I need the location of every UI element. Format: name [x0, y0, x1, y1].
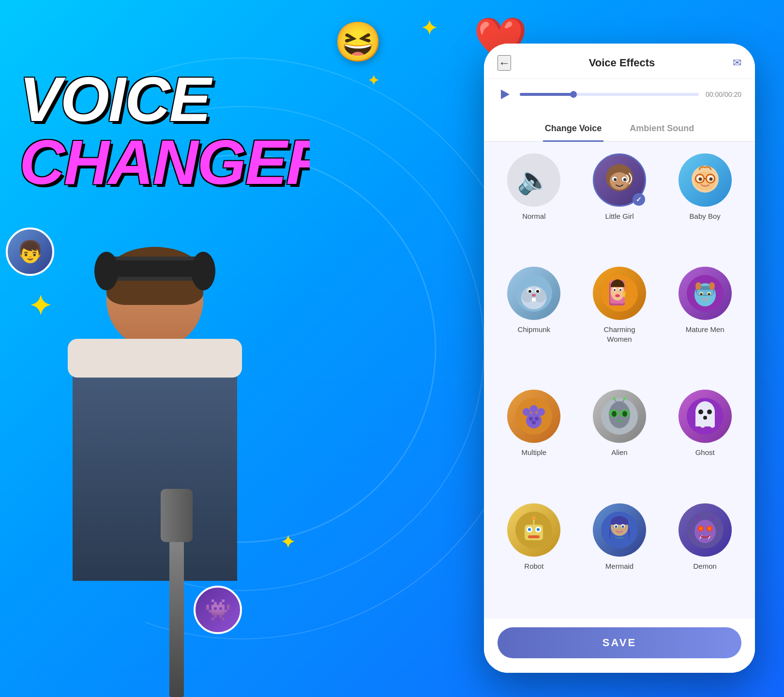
- svg-point-8: [623, 178, 626, 181]
- star-r: ✦: [281, 532, 295, 552]
- svg-point-75: [703, 416, 707, 420]
- svg-point-7: [614, 178, 617, 181]
- effect-mermaid[interactable]: Mermaid: [579, 503, 660, 607]
- svg-point-67: [613, 397, 616, 400]
- effect-icon-demon: [678, 503, 732, 557]
- tab-ambient-sound[interactable]: Ambient Sound: [628, 119, 696, 142]
- effect-baby-boy[interactable]: Baby Boy: [664, 153, 745, 257]
- effect-label-babyboy: Baby Boy: [690, 212, 721, 221]
- effect-circle-robot: [507, 503, 560, 557]
- effect-icon-mermaid: [593, 503, 646, 557]
- mic-stand: [169, 528, 184, 697]
- effect-charming-women[interactable]: CharmingWomen: [579, 267, 660, 380]
- effect-label-robot: Robot: [524, 561, 543, 571]
- svg-point-74: [707, 409, 712, 414]
- play-button[interactable]: [498, 87, 513, 102]
- svg-point-10: [694, 171, 716, 191]
- svg-point-92: [694, 520, 716, 543]
- back-button[interactable]: ←: [498, 55, 511, 71]
- effect-label-demon: Demon: [693, 561, 716, 571]
- svg-rect-82: [528, 535, 540, 538]
- svg-point-24: [528, 290, 531, 293]
- phone-mockup: ← Voice Effects ✉ 00:00/00:20 Change Voi…: [484, 44, 755, 673]
- svg-point-25: [536, 290, 539, 293]
- effect-normal[interactable]: 🔈 Normal: [494, 153, 574, 257]
- progress-dot: [570, 91, 577, 98]
- effect-circle-ghost: [678, 390, 732, 443]
- effect-circle-charm: [593, 267, 646, 320]
- star-top: ✦: [421, 17, 437, 39]
- effect-circle-multiple: [507, 390, 560, 443]
- effect-mature-men[interactable]: Mature Men: [664, 267, 745, 380]
- svg-point-49: [708, 293, 710, 296]
- time-display: 00:00/00:20: [706, 91, 741, 98]
- mail-icon[interactable]: ✉: [733, 57, 741, 69]
- effect-alien[interactable]: Alien: [579, 390, 660, 493]
- svg-point-98: [708, 527, 711, 530]
- progress-fill: [520, 93, 573, 96]
- svg-point-51: [709, 282, 715, 290]
- svg-point-56: [537, 408, 545, 416]
- effect-multiple[interactable]: Multiple: [494, 390, 574, 493]
- effect-label-multiple: Multiple: [521, 448, 546, 457]
- effect-label-charm: CharmingWomen: [603, 325, 635, 344]
- effect-icon-normal: 🔈: [507, 153, 560, 207]
- effect-circle-mermaid: [593, 503, 646, 557]
- effect-demon[interactable]: Demon: [664, 503, 745, 607]
- svg-point-54: [523, 408, 530, 416]
- effect-circle-girl: ✓: [593, 153, 646, 207]
- svg-point-81: [537, 528, 540, 531]
- effect-icon-mature: [678, 267, 732, 320]
- effect-little-girl[interactable]: ✓ Little Girl: [579, 153, 660, 257]
- effect-circle-alien: [593, 390, 646, 443]
- svg-point-65: [622, 411, 627, 417]
- changer-label: CHANGER: [19, 131, 310, 194]
- svg-point-41: [623, 293, 625, 297]
- svg-rect-27: [532, 298, 534, 302]
- phone-header: ← Voice Effects ✉: [484, 44, 755, 79]
- effect-circle-normal: 🔈: [507, 153, 560, 207]
- effect-label-girl: Little Girl: [605, 212, 633, 221]
- selected-check: ✓: [633, 193, 645, 206]
- svg-point-84: [532, 516, 536, 520]
- effect-label-alien: Alien: [611, 448, 627, 457]
- effect-label-normal: Normal: [522, 212, 545, 221]
- save-area: SAVE: [484, 619, 755, 673]
- effect-icon-charm: [593, 267, 646, 320]
- svg-point-73: [698, 409, 703, 414]
- save-button[interactable]: SAVE: [498, 627, 741, 658]
- svg-point-55: [530, 405, 538, 413]
- tab-change-voice[interactable]: Change Voice: [543, 119, 604, 142]
- svg-point-89: [615, 525, 617, 528]
- star-left: ✦: [368, 73, 379, 89]
- svg-point-69: [623, 397, 626, 400]
- effect-ghost[interactable]: Ghost: [664, 390, 745, 493]
- effect-icon-robot: [507, 503, 560, 557]
- progress-bar[interactable]: [520, 93, 699, 96]
- effect-label-mermaid: Mermaid: [605, 561, 633, 571]
- svg-point-64: [612, 411, 617, 417]
- progress-area: 00:00/00:20: [484, 79, 755, 112]
- effect-chipmunk[interactable]: Chipmunk: [494, 267, 574, 380]
- tabs-area: Change Voice Ambient Sound: [484, 112, 755, 142]
- effects-grid: 🔈 Normal: [484, 142, 755, 619]
- play-icon: [501, 90, 510, 99]
- effect-icon-chipmunk: [507, 267, 560, 320]
- effect-circle-demon: [678, 503, 732, 557]
- effect-icon-multiple: [507, 390, 560, 443]
- effect-icon-alien: [593, 390, 646, 443]
- effect-icon-ghost: [678, 390, 732, 443]
- svg-point-14: [709, 178, 712, 181]
- svg-point-57: [529, 417, 533, 421]
- svg-point-30: [539, 277, 547, 289]
- effect-robot[interactable]: Robot: [494, 503, 574, 607]
- svg-point-13: [698, 178, 702, 181]
- effect-label-mature: Mature Men: [686, 325, 724, 334]
- effect-circle-mature: [678, 267, 732, 320]
- svg-point-80: [528, 528, 531, 531]
- svg-point-38: [619, 289, 621, 291]
- mic-body: [161, 489, 193, 542]
- svg-point-26: [532, 294, 536, 297]
- laugh-emoji: 😆: [334, 19, 382, 65]
- svg-point-58: [535, 417, 539, 421]
